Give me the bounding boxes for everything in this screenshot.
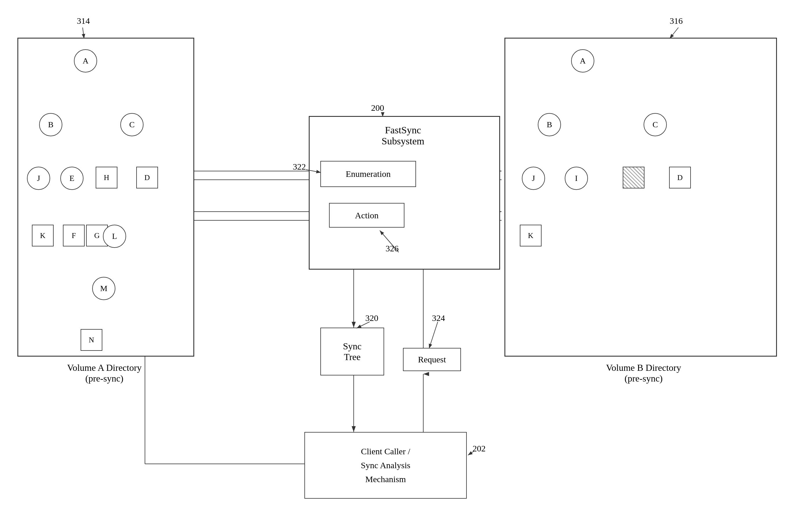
vol-b-node-H [623,167,644,188]
action-box: Action [329,203,404,228]
volume-b-panel [504,38,777,357]
vol-a-node-H: H [96,167,117,188]
request-box: Request [403,348,461,371]
vol-a-node-E: E [60,167,83,190]
ref-326: 326 [386,244,399,253]
vol-a-node-K: K [32,225,54,246]
vol-b-node-B: B [538,113,561,136]
vol-a-node-C: C [120,113,143,136]
fastsync-label: FastSync Subsystem [333,125,473,147]
ref-324: 324 [432,313,445,323]
ref-322: 322 [293,162,306,172]
vol-b-node-C: C [643,113,667,136]
vol-a-node-A: A [74,49,97,73]
vol-a-node-D: D [136,167,158,188]
vol-b-node-D: D [669,167,691,188]
sync-tree-box: Sync Tree [320,328,384,376]
diagram-container: Volume A Directory (pre-sync) A B C J E … [0,0,790,532]
vol-a-node-F: F [63,225,85,246]
vol-a-node-L: L [103,225,126,248]
ref-320: 320 [365,313,378,323]
vol-b-node-A: A [571,49,594,73]
client-caller-box: Client Caller / Sync Analysis Mechanism [304,432,467,499]
volume-a-panel [17,38,194,357]
volume-a-label: Volume A Directory (pre-sync) [33,362,175,384]
vol-a-node-M: M [92,277,115,300]
svg-line-45 [83,27,84,39]
ref-314: 314 [77,16,90,26]
vol-b-node-I: I [565,167,588,190]
ref-202: 202 [473,443,486,453]
vol-b-node-J: J [522,167,545,190]
vol-a-node-B: B [39,113,62,136]
vol-a-node-N: N [81,329,102,351]
svg-line-46 [670,27,678,39]
enumeration-box: Enumeration [320,161,416,187]
vol-a-node-J: J [27,167,50,190]
volume-b-label: Volume B Directory (pre-sync) [522,362,765,384]
ref-316: 316 [670,16,683,26]
svg-line-50 [429,322,438,348]
ref-200: 200 [371,103,384,113]
vol-b-node-K: K [520,225,542,246]
